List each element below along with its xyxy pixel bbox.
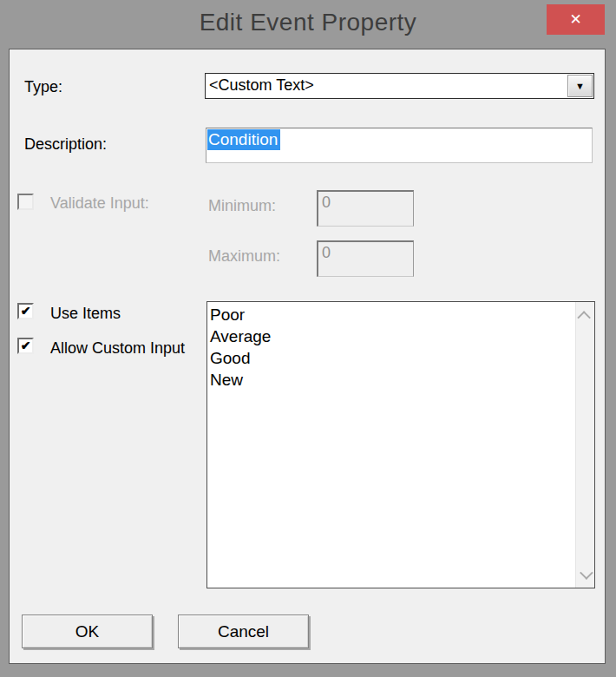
description-input[interactable]: Condition [206, 128, 593, 163]
chevron-up-icon [577, 311, 591, 325]
ok-button[interactable]: OK [22, 615, 153, 648]
validate-input-checkbox [17, 194, 34, 210]
allow-custom-input-label: Allow Custom Input [50, 339, 185, 358]
list-item[interactable]: Good [207, 347, 575, 369]
use-items-label: Use Items [50, 305, 121, 323]
items-list: Poor Average Good New [207, 304, 575, 391]
listbox-scrollbar[interactable] [575, 302, 594, 588]
description-label: Description: [24, 135, 107, 154]
maximum-label: Maximum: [208, 247, 280, 266]
list-item[interactable]: Average [207, 325, 575, 347]
scroll-up-button[interactable] [576, 307, 594, 325]
list-item[interactable]: New [207, 369, 575, 391]
type-label: Type: [24, 78, 62, 96]
close-button[interactable]: ✕ [547, 4, 605, 35]
list-item[interactable]: Poor [207, 304, 575, 325]
type-dropdown[interactable]: <Custom Text> ▼ [205, 73, 594, 99]
minimum-value: 0 [322, 194, 331, 212]
scroll-down-button[interactable] [576, 565, 594, 582]
allow-custom-input-checkbox[interactable]: ✔ [17, 338, 34, 354]
check-icon: ✔ [21, 339, 31, 352]
check-icon: ✔ [21, 305, 31, 317]
description-selected-text: Condition [207, 129, 280, 150]
title-bar: Edit Event Property ✕ [0, 0, 616, 49]
edit-event-property-dialog: Edit Event Property ✕ Type: <Custom Text… [0, 0, 616, 677]
close-icon: ✕ [569, 12, 581, 27]
minimum-input: 0 [317, 190, 414, 227]
dialog-content: Type: <Custom Text> ▼ Description: Condi… [9, 49, 606, 664]
cancel-button[interactable]: Cancel [178, 615, 309, 648]
use-items-checkbox[interactable]: ✔ [17, 303, 34, 319]
chevron-down-icon: ▼ [575, 82, 585, 91]
maximum-value: 0 [322, 244, 331, 262]
type-dropdown-value: <Custom Text> [209, 76, 314, 95]
maximum-input: 0 [317, 240, 414, 277]
chevron-down-icon [580, 566, 593, 580]
dialog-title: Edit Event Property [0, 0, 616, 45]
validate-input-label: Validate Input: [50, 194, 149, 213]
minimum-label: Minimum: [208, 197, 276, 215]
items-listbox[interactable]: Poor Average Good New [206, 301, 595, 588]
type-dropdown-button[interactable]: ▼ [567, 75, 593, 97]
